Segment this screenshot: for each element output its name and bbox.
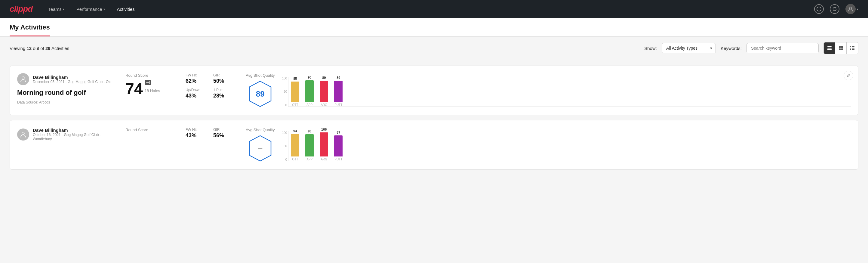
bar-ott-2: 94 OTT xyxy=(291,129,299,161)
shot-quality-2: Avg Shot Quality — 100 50 0 xyxy=(246,127,851,162)
hex-score-1: 89 xyxy=(256,89,265,99)
svg-rect-15 xyxy=(850,49,851,50)
svg-rect-7 xyxy=(839,46,841,48)
activity-title-1: Morning round of golf xyxy=(17,89,114,96)
bar-putt-rect-1 xyxy=(334,81,343,102)
score-badge-1: +4 xyxy=(145,80,152,85)
user-name-2: Dave Billingham xyxy=(33,127,114,133)
round-score-label-2: Round Score xyxy=(125,127,174,132)
user-avatar-wrapper[interactable]: ▾ xyxy=(845,4,858,14)
edit-button-1[interactable] xyxy=(844,71,853,80)
grid-view-button[interactable] xyxy=(835,42,847,54)
bar-app-2: 93 APP xyxy=(305,129,314,161)
svg-rect-11 xyxy=(850,46,851,47)
chart-bars-1: 85 OTT 90 APP 89 ARG xyxy=(288,77,851,107)
user-avatar-2 xyxy=(17,128,29,141)
data-source-1: Data Source: Arccos xyxy=(17,100,114,105)
score-partial-2 xyxy=(125,136,137,136)
svg-rect-8 xyxy=(841,46,843,48)
stat-fw-hit-1: FW Hit 62% xyxy=(186,73,206,84)
user-row-2: Dave Billingham October 16, 2021 - Gog M… xyxy=(17,127,114,141)
nav-performance[interactable]: Performance ▾ xyxy=(75,0,106,18)
score-number-1: 74 xyxy=(125,81,143,96)
bar-ott-1: 85 OTT xyxy=(291,77,299,107)
bar-chart-1: 100 50 0 85 OTT 90 APP xyxy=(282,74,851,107)
user-info-1: Dave Billingham December 05, 2021 - Gog … xyxy=(33,75,111,84)
teams-chevron-icon: ▾ xyxy=(63,7,64,11)
card-left-2: Dave Billingham October 16, 2021 - Gog M… xyxy=(17,127,114,162)
card-left-1: Dave Billingham December 05, 2021 - Gog … xyxy=(17,73,114,108)
bar-ott-rect-1 xyxy=(291,82,299,102)
stat-updown-1: Up/Down 43% xyxy=(186,88,206,99)
activity-card-2: Dave Billingham October 16, 2021 - Gog M… xyxy=(10,120,858,170)
chart-y-axis-1: 100 50 0 xyxy=(282,77,287,107)
activity-type-select-wrapper[interactable]: All Activity Types xyxy=(662,43,716,53)
stat-1putt-1: 1 Putt 28% xyxy=(213,88,234,99)
svg-rect-9 xyxy=(839,49,841,50)
stats-1: FW Hit 62% GIR 50% Up/Down 43% 1 Putt 28… xyxy=(186,73,234,108)
view-buttons xyxy=(824,42,858,54)
svg-rect-5 xyxy=(828,48,832,49)
stats-2: FW Hit 43% GIR 56% xyxy=(186,127,234,162)
svg-rect-13 xyxy=(850,48,851,49)
svg-rect-10 xyxy=(841,49,843,50)
keywords-label: Keywords: xyxy=(721,46,742,51)
stat-fw-hit-2: FW Hit 43% xyxy=(186,127,206,139)
bar-ott-rect-2 xyxy=(291,134,299,156)
logo[interactable]: clippd xyxy=(10,4,32,14)
user-date-1: December 05, 2021 - Gog Magog Golf Club … xyxy=(33,80,111,84)
stat-gir-1: GIR 50% xyxy=(213,73,234,84)
show-label: Show: xyxy=(644,46,657,51)
svg-rect-6 xyxy=(828,49,832,50)
nav-icons: ▾ xyxy=(814,4,858,14)
svg-rect-4 xyxy=(828,46,832,47)
bar-arg-2: 106 ARG xyxy=(320,127,328,161)
shot-quality-label-1: Avg Shot Quality xyxy=(246,73,275,78)
add-button[interactable] xyxy=(814,4,824,14)
stats-grid-1: FW Hit 62% GIR 50% Up/Down 43% 1 Putt 28… xyxy=(186,73,234,99)
stats-grid-2: FW Hit 43% GIR 56% xyxy=(186,127,234,139)
round-score-label-1: Round Score xyxy=(125,73,174,78)
svg-point-17 xyxy=(22,77,24,79)
bar-app-rect-2 xyxy=(305,134,314,156)
hexagon-2: — xyxy=(248,135,272,162)
bar-arg-rect-2 xyxy=(320,133,328,156)
svg-point-19 xyxy=(22,132,24,135)
page-header: My Activities xyxy=(0,18,868,37)
hex-score-2: — xyxy=(258,146,262,151)
activity-card-1: Dave Billingham December 05, 2021 - Gog … xyxy=(10,66,858,115)
user-row-1: Dave Billingham December 05, 2021 - Gog … xyxy=(17,73,114,85)
bar-putt-2: 87 PUTT xyxy=(334,130,343,161)
score-holes-1: 18 Holes xyxy=(145,88,160,93)
bar-app-1: 90 APP xyxy=(305,76,314,107)
nav-teams[interactable]: Teams ▾ xyxy=(47,0,65,18)
search-input[interactable] xyxy=(746,43,819,53)
bar-app-rect-1 xyxy=(305,80,314,102)
performance-chevron-icon: ▾ xyxy=(103,7,105,11)
list-detail-view-button[interactable] xyxy=(847,42,858,54)
page-title: My Activities xyxy=(10,18,50,36)
nav-activities[interactable]: Activities xyxy=(116,0,136,18)
bar-arg-rect-1 xyxy=(320,81,328,102)
chart-y-axis-2: 100 50 0 xyxy=(282,131,287,161)
bar-chart-2: 100 50 0 94 OTT 93 APP xyxy=(282,129,851,161)
shot-quality-1: Avg Shot Quality 89 100 50 0 xyxy=(246,73,851,108)
navbar: clippd Teams ▾ Performance ▾ Activities xyxy=(0,0,868,18)
svg-rect-12 xyxy=(852,46,855,47)
activity-type-select[interactable]: All Activity Types xyxy=(662,43,716,53)
user-info-2: Dave Billingham October 16, 2021 - Gog M… xyxy=(33,127,114,141)
round-score-1: Round Score 74 +4 18 Holes xyxy=(125,73,174,108)
list-single-view-button[interactable] xyxy=(824,42,835,54)
score-row-1: 74 +4 18 Holes xyxy=(125,80,174,96)
svg-rect-16 xyxy=(852,49,855,50)
stat-gir-2: GIR 56% xyxy=(213,127,234,139)
viewing-count-text: Viewing 12 out of 29 Activities xyxy=(10,46,69,51)
round-score-2: Round Score xyxy=(125,127,174,162)
bar-arg-1: 89 ARG xyxy=(320,76,328,107)
bar-putt-rect-2 xyxy=(334,136,343,156)
user-name-1: Dave Billingham xyxy=(33,75,111,80)
user-avatar xyxy=(845,4,856,14)
user-avatar-1 xyxy=(17,73,29,85)
user-date-2: October 16, 2021 - Gog Magog Golf Club -… xyxy=(33,133,114,141)
refresh-button[interactable] xyxy=(830,4,839,14)
